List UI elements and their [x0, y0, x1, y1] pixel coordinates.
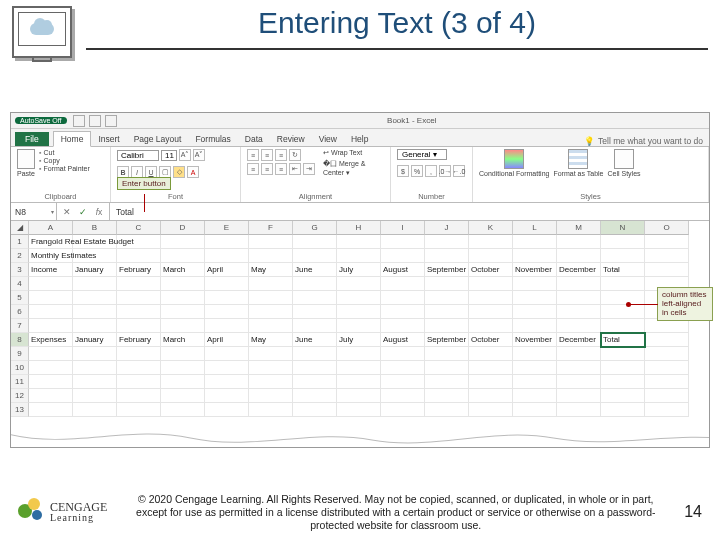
col-J[interactable]: J [425, 221, 469, 235]
dec-decimal-icon[interactable]: ←.0 [453, 165, 465, 177]
formula-content[interactable]: Total [110, 207, 140, 217]
decrease-font-icon[interactable]: A˅ [193, 149, 205, 161]
cell-A8[interactable]: Expenses [29, 333, 73, 347]
format-as-table-button[interactable]: Format as Table [553, 149, 603, 177]
cut-button[interactable]: Cut [39, 149, 90, 156]
increase-font-icon[interactable]: A˄ [179, 149, 191, 161]
col-A[interactable]: A [29, 221, 73, 235]
row-8[interactable]: 8 [11, 333, 29, 347]
tab-home[interactable]: Home [53, 131, 92, 147]
tab-data[interactable]: Data [238, 132, 270, 146]
slide-title: Entering Text (3 of 4) [86, 6, 708, 50]
format-painter-button[interactable]: Format Painter [39, 165, 90, 172]
row-11[interactable]: 11 [11, 375, 29, 389]
row-5[interactable]: 5 [11, 291, 29, 305]
font-size-select[interactable]: 11 [161, 150, 177, 161]
undo-icon[interactable] [89, 115, 101, 127]
callout-enter-button: Enter button [117, 177, 171, 190]
tab-file[interactable]: File [15, 132, 49, 146]
inc-decimal-icon[interactable]: .0→ [439, 165, 451, 177]
row-3[interactable]: 3 [11, 263, 29, 277]
align-bottom-icon[interactable]: ≡ [275, 149, 287, 161]
tab-formulas[interactable]: Formulas [188, 132, 237, 146]
cell-A3[interactable]: Income [29, 263, 73, 277]
row-10[interactable]: 10 [11, 361, 29, 375]
tab-insert[interactable]: Insert [91, 132, 126, 146]
cancel-entry-icon[interactable]: ✕ [61, 207, 73, 217]
torn-edge [11, 417, 709, 447]
merge-center-button[interactable]: �囗 Merge & Center ▾ [323, 159, 384, 177]
col-I[interactable]: I [381, 221, 425, 235]
col-C[interactable]: C [117, 221, 161, 235]
worksheet-grid[interactable]: ◢ A B C D E F G H I J K L M N O 1 Frango… [11, 221, 709, 417]
formula-bar: N8 ✕ ✓ fx Total [11, 203, 709, 221]
excel-title-bar: AutoSave Off Book1 - Excel [11, 113, 709, 129]
cell-A1[interactable]: Frangold Real Estate Budget [29, 235, 73, 249]
workbook-name: Book1 - Excel [119, 116, 705, 125]
monitor-cloud-icon [12, 6, 72, 58]
group-font: Calibri 11 A˄ A˅ B I U ▢ ◇ A Font Enter … [111, 147, 241, 202]
cell-styles-button[interactable]: Cell Styles [608, 149, 641, 177]
group-alignment: ≡ ≡ ≡ ↻ ≡ ≡ ≡ ⇤ ⇥ ↩ Wrap Text �囗 [241, 147, 391, 202]
row-6[interactable]: 6 [11, 305, 29, 319]
col-M[interactable]: M [557, 221, 601, 235]
col-E[interactable]: E [205, 221, 249, 235]
tell-me-search[interactable]: 💡Tell me what you want to do [584, 136, 703, 146]
cell-N8-active[interactable]: Total [601, 333, 645, 347]
tab-help[interactable]: Help [344, 132, 375, 146]
select-all-corner[interactable]: ◢ [11, 221, 29, 235]
col-G[interactable]: G [293, 221, 337, 235]
row-2[interactable]: 2 [11, 249, 29, 263]
copy-button[interactable]: Copy [39, 157, 90, 164]
col-O[interactable]: O [645, 221, 689, 235]
fill-color-button[interactable]: ◇ [173, 166, 185, 178]
number-format-select[interactable]: General ▾ [397, 149, 447, 160]
indent-inc-icon[interactable]: ⇥ [303, 163, 315, 175]
row-4[interactable]: 4 [11, 277, 29, 291]
font-name-select[interactable]: Calibri [117, 150, 159, 161]
callout-column-titles: column titles left-aligned in cells [657, 287, 713, 321]
ribbon-tabs: File Home Insert Page Layout Formulas Da… [11, 129, 709, 147]
page-number: 14 [684, 503, 702, 521]
fx-icon[interactable]: fx [93, 207, 105, 217]
tab-page-layout[interactable]: Page Layout [127, 132, 189, 146]
excel-screenshot: AutoSave Off Book1 - Excel File Home Ins… [10, 112, 710, 448]
wrap-text-button[interactable]: ↩ Wrap Text [323, 149, 384, 157]
name-box[interactable]: N8 [11, 203, 57, 220]
row-13[interactable]: 13 [11, 403, 29, 417]
group-styles: Conditional Formatting Format as Table C… [473, 147, 709, 202]
align-center-icon[interactable]: ≡ [261, 163, 273, 175]
save-icon[interactable] [73, 115, 85, 127]
tab-review[interactable]: Review [270, 132, 312, 146]
font-color-button[interactable]: A [187, 166, 199, 178]
conditional-formatting-button[interactable]: Conditional Formatting [479, 149, 549, 177]
orientation-icon[interactable]: ↻ [289, 149, 301, 161]
percent-icon[interactable]: % [411, 165, 423, 177]
row-12[interactable]: 12 [11, 389, 29, 403]
align-right-icon[interactable]: ≡ [275, 163, 287, 175]
enter-button-icon[interactable]: ✓ [77, 207, 89, 217]
col-D[interactable]: D [161, 221, 205, 235]
align-left-icon[interactable]: ≡ [247, 163, 259, 175]
col-N[interactable]: N [601, 221, 645, 235]
autosave-toggle[interactable]: AutoSave Off [15, 117, 67, 124]
align-top-icon[interactable]: ≡ [247, 149, 259, 161]
row-7[interactable]: 7 [11, 319, 29, 333]
cell-A2[interactable]: Monthly Estimates [29, 249, 73, 263]
group-number: General ▾ $ % , .0→ ←.0 Number [391, 147, 473, 202]
tab-view[interactable]: View [312, 132, 344, 146]
col-B[interactable]: B [73, 221, 117, 235]
row-1[interactable]: 1 [11, 235, 29, 249]
redo-icon[interactable] [105, 115, 117, 127]
comma-icon[interactable]: , [425, 165, 437, 177]
col-K[interactable]: K [469, 221, 513, 235]
currency-icon[interactable]: $ [397, 165, 409, 177]
row-9[interactable]: 9 [11, 347, 29, 361]
col-F[interactable]: F [249, 221, 293, 235]
col-L[interactable]: L [513, 221, 557, 235]
indent-dec-icon[interactable]: ⇤ [289, 163, 301, 175]
align-middle-icon[interactable]: ≡ [261, 149, 273, 161]
paste-button[interactable]: Paste [17, 149, 35, 177]
group-clipboard: Paste Cut Copy Format Painter Clipboard [11, 147, 111, 202]
col-H[interactable]: H [337, 221, 381, 235]
